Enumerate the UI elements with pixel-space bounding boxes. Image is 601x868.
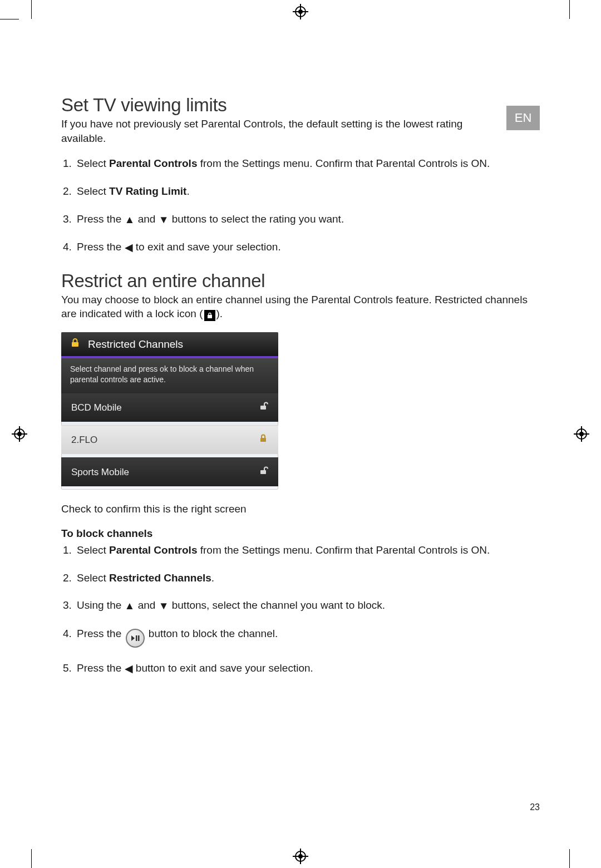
channel-row: BCD Mobile	[61, 393, 278, 422]
page-number: 23	[530, 802, 540, 812]
svg-marker-21	[131, 635, 135, 641]
section-set-tv-limits: Set TV viewing limits If you have not pr…	[61, 95, 540, 255]
svg-rect-16	[208, 315, 212, 318]
svg-rect-19	[260, 438, 266, 442]
lock-icon	[204, 310, 215, 321]
steps-list: Select Parental Controls from the Settin…	[61, 543, 540, 676]
device-screenshot: Restricted Channels Select channel and p…	[61, 332, 278, 490]
unlock-icon	[258, 401, 268, 414]
device-title-bar: Restricted Channels	[61, 332, 278, 356]
step-item: Select Parental Controls from the Settin…	[75, 543, 540, 558]
triangle-up-icon: ▲	[125, 599, 135, 613]
channel-row-selected: 2.FLO	[61, 425, 278, 454]
lock-icon	[70, 338, 80, 351]
step-item: Press the ◀ button to exit and save your…	[75, 661, 540, 676]
step-item: Select Restricted Channels.	[75, 571, 540, 585]
caption-text: Check to confirm this is the right scree…	[61, 502, 540, 516]
subheading-block-channels: To block channels	[61, 527, 540, 540]
channel-row: Sports Mobile	[61, 457, 278, 486]
channel-label: Sports Mobile	[71, 467, 129, 478]
steps-list: Select Parental Controls from the Settin…	[61, 156, 540, 255]
triangle-left-icon: ◀	[125, 240, 133, 255]
svg-rect-20	[260, 470, 266, 474]
intro-text: If you have not previously set Parental …	[61, 117, 540, 145]
step-item: Select TV Rating Limit.	[75, 184, 540, 199]
svg-rect-18	[260, 406, 266, 410]
step-item: Press the button to block the channel.	[75, 627, 540, 648]
device-title: Restricted Channels	[88, 338, 183, 351]
svg-rect-22	[136, 635, 137, 641]
step-item: Press the ▲ and ▼ buttons to select the …	[75, 212, 540, 227]
registration-mark-icon	[292, 848, 309, 865]
step-item: Using the ▲ and ▼ buttons, select the ch…	[75, 598, 540, 613]
device-hint: Select channel and press ok to block a c…	[61, 358, 278, 393]
heading-restrict-channel: Restrict an entire channel	[61, 270, 540, 292]
svg-rect-23	[138, 635, 140, 641]
play-pause-icon	[126, 629, 145, 648]
lock-icon	[258, 433, 268, 446]
section-restrict-channel: Restrict an entire channel You may choos…	[61, 270, 540, 676]
intro-text: You may choose to block an entire channe…	[61, 293, 540, 322]
triangle-down-icon: ▼	[159, 213, 169, 227]
crop-mark	[31, 849, 32, 868]
channel-label: 2.FLO	[71, 435, 97, 446]
channel-label: BCD Mobile	[71, 402, 122, 413]
step-item: Press the ◀ to exit and save your select…	[75, 240, 540, 255]
heading-set-tv-limits: Set TV viewing limits	[61, 95, 540, 116]
triangle-up-icon: ▲	[125, 213, 135, 227]
unlock-icon	[258, 466, 268, 479]
triangle-down-icon: ▼	[159, 599, 169, 613]
svg-rect-17	[72, 342, 78, 347]
manual-page: EN Set TV viewing limits If you have not…	[0, 0, 601, 868]
step-item: Select Parental Controls from the Settin…	[75, 156, 540, 171]
crop-mark	[569, 849, 570, 868]
triangle-left-icon: ◀	[125, 662, 133, 676]
